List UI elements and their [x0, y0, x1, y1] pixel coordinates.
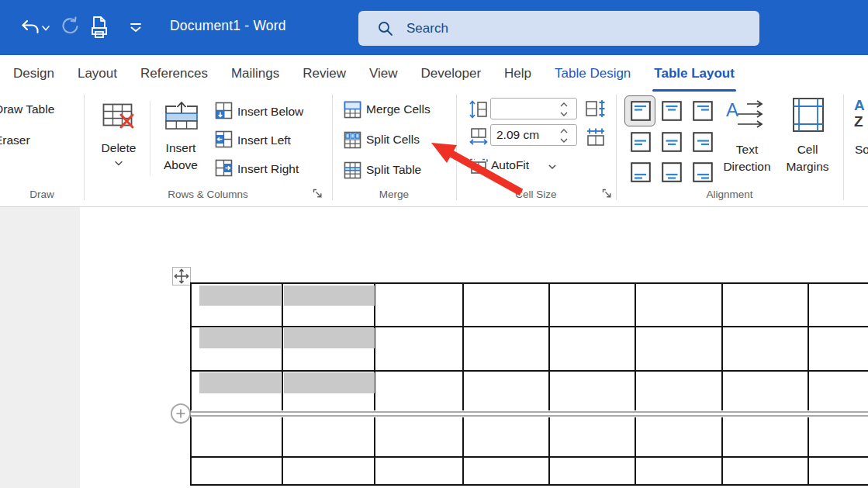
tab-view[interactable]: View	[358, 55, 410, 92]
annotation-arrow	[419, 132, 535, 203]
split-table-icon	[344, 161, 361, 179]
title-bar: Document1 - Word Search	[0, 0, 868, 55]
search-box[interactable]: Search	[358, 11, 759, 46]
selected-cell-highlight[interactable]	[199, 286, 281, 306]
selected-cell-highlight[interactable]	[199, 328, 281, 348]
text-direction-label-2: Direction	[719, 160, 775, 174]
text-direction-icon: A	[725, 98, 766, 132]
table-column-border	[548, 282, 550, 486]
sort-label: Sort	[855, 143, 868, 157]
distribute-rows-icon[interactable]	[585, 99, 607, 119]
insert-above-label-1: Insert	[152, 141, 209, 155]
selected-cell-highlight[interactable]	[284, 372, 375, 393]
group-separator	[332, 95, 333, 200]
distribute-columns-icon[interactable]	[585, 127, 607, 147]
chevron-down-icon	[548, 164, 557, 170]
align-top-left-button[interactable]	[631, 101, 651, 121]
selected-cell-highlight[interactable]	[284, 286, 375, 306]
table-row-border	[191, 456, 868, 458]
table-move-handle[interactable]	[172, 267, 191, 286]
svg-text:A: A	[726, 99, 738, 120]
insert-right-label: Insert Right	[237, 162, 299, 176]
document-canvas[interactable]	[0, 207, 868, 488]
merge-cells-label: Merge Cells	[366, 102, 431, 116]
tab-layout[interactable]: Layout	[66, 55, 129, 92]
undo-dropdown-chevron-icon[interactable]	[41, 25, 50, 32]
tab-help[interactable]: Help	[493, 55, 543, 92]
group-label-draw: Draw	[0, 189, 84, 200]
table-row-border	[191, 282, 868, 284]
align-bottom-left-button[interactable]	[631, 162, 651, 182]
move-icon	[173, 268, 190, 285]
sort-icon-z: Z	[854, 113, 863, 130]
tab-table-design[interactable]: Table Design	[543, 55, 642, 92]
insert-below-icon	[215, 102, 233, 119]
table-column-border	[721, 282, 723, 486]
align-center-left-button[interactable]	[631, 132, 651, 152]
split-cells-icon	[344, 131, 361, 149]
tab-design[interactable]: Design	[2, 55, 66, 92]
align-top-right-button[interactable]	[693, 101, 713, 121]
cell-margins-label-1: Cell	[781, 143, 834, 157]
draw-table-button[interactable]: Draw Table	[0, 102, 54, 116]
group-separator	[843, 95, 844, 200]
tab-developer[interactable]: Developer	[410, 55, 493, 92]
insert-right-icon	[215, 159, 233, 177]
insert-row-indicator-line[interactable]	[191, 415, 868, 417]
tab-references[interactable]: References	[129, 55, 220, 92]
spinner-down-icon[interactable]	[559, 111, 569, 117]
selected-cell-highlight[interactable]	[284, 328, 375, 348]
redo-icon	[59, 16, 81, 37]
merge-cells-icon	[344, 101, 361, 119]
row-height-field[interactable]	[490, 98, 577, 119]
ribbon-tab-bar: Design Layout References Mailings Review…	[0, 55, 868, 92]
tab-table-layout[interactable]: Table Layout	[642, 55, 746, 92]
spinner-down-icon[interactable]	[559, 137, 569, 144]
table-column-border	[282, 282, 283, 486]
selected-cell-highlight[interactable]	[199, 372, 281, 393]
eraser-button[interactable]: Eraser	[0, 133, 30, 147]
row-height-input[interactable]	[496, 99, 557, 118]
table-column-border	[190, 282, 192, 486]
spinner-up-icon[interactable]	[559, 102, 569, 108]
dialog-launcher-icon[interactable]	[602, 189, 612, 199]
align-center-button[interactable]	[662, 132, 682, 152]
delete-button-label: Delete	[99, 141, 138, 155]
insert-left-icon	[215, 130, 233, 148]
insert-row-indicator-line[interactable]	[191, 411, 868, 413]
document-margin-area	[0, 207, 80, 488]
undo-icon[interactable]	[19, 16, 40, 38]
text-direction-label-1: Text	[719, 143, 775, 157]
insert-row-control[interactable]	[171, 403, 191, 424]
align-center-right-button[interactable]	[693, 132, 713, 152]
group-label-rows-columns: Rows & Columns	[84, 189, 332, 200]
align-bottom-right-button[interactable]	[693, 162, 713, 182]
cell-margins-icon	[792, 97, 825, 133]
table-column-border	[635, 282, 636, 486]
group-separator	[84, 95, 85, 200]
search-icon	[377, 20, 394, 37]
tab-mailings[interactable]: Mailings	[220, 55, 291, 92]
word-window: Document1 - Word Search Design Layout Re…	[0, 0, 868, 488]
tab-review[interactable]: Review	[291, 55, 358, 92]
dialog-launcher-icon[interactable]	[313, 189, 323, 199]
cell-margins-label-2: Margins	[781, 160, 834, 174]
group-label-alignment: Alignment	[616, 189, 843, 200]
insert-left-label: Insert Left	[237, 133, 291, 147]
insert-below-label: Insert Below	[237, 105, 303, 119]
row-height-icon	[469, 99, 489, 119]
table-column-border	[462, 282, 464, 486]
align-top-center-button[interactable]	[662, 101, 682, 121]
window-title: Document1 - Word	[170, 18, 286, 34]
chevron-down-icon	[114, 161, 123, 167]
table-column-border	[807, 282, 809, 486]
table-row-border	[191, 370, 868, 372]
button-separator	[150, 101, 150, 175]
sort-icon: A	[854, 97, 865, 114]
plus-icon	[175, 408, 186, 419]
align-bottom-center-button[interactable]	[662, 162, 682, 182]
spinner-up-icon[interactable]	[559, 128, 569, 134]
customize-quick-access-icon[interactable]	[128, 21, 144, 35]
print-preview-icon[interactable]	[87, 14, 112, 42]
group-separator	[616, 95, 617, 200]
